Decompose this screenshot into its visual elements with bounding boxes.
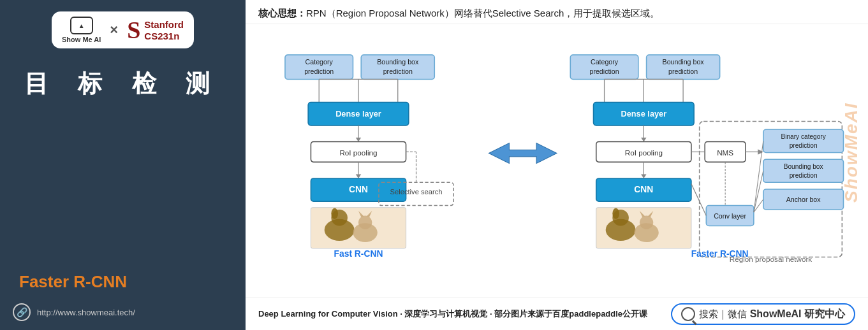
showmeai-icon: [70, 17, 93, 34]
svg-text:RoI pooling: RoI pooling: [339, 148, 377, 157]
svg-text:Faster R-CNN: Faster R-CNN: [691, 248, 749, 259]
showmeai-label: Show Me AI: [62, 36, 101, 43]
diagram-area: ShowMeAI Category prediction Bounding bo…: [246, 24, 868, 298]
logo-area: Show Me AI × S Stanford CS231n: [52, 11, 194, 48]
svg-text:Dense layer: Dense layer: [621, 109, 666, 118]
search-brand: ShowMeAI 研究中心: [750, 308, 845, 319]
svg-text:Category: Category: [591, 58, 619, 66]
search-prefix: 搜索｜微信: [699, 308, 749, 319]
svg-line-82: [691, 183, 706, 215]
subtitle-label: Faster R-CNN: [13, 272, 127, 292]
search-box[interactable]: 搜索｜微信 ShowMeAI 研究中心: [671, 303, 855, 325]
top-bar-prefix: 核心思想：: [258, 8, 306, 18]
stanford-name: Stanford: [144, 19, 184, 31]
stanford-s-letter: S: [127, 18, 140, 42]
svg-marker-17: [356, 175, 362, 178]
sidebar-bottom: 🔗 http://www.showmeai.tech/: [13, 303, 135, 321]
svg-marker-33: [489, 143, 557, 164]
bottom-bold: 深度学习与计算机视觉: [404, 309, 487, 319]
top-bar: 核心思想：RPN（Region Proposal Network）网络替代Sel…: [246, 0, 868, 24]
svg-text:Fast R-CNN: Fast R-CNN: [334, 248, 383, 259]
svg-text:CNN: CNN: [349, 184, 368, 194]
bottom-text: Deep Learning for Computer Vision · 深度学习…: [258, 308, 647, 320]
main-title: 目 标 检 测: [24, 68, 222, 100]
bottom-bar: Deep Learning for Computer Vision · 深度学习…: [246, 298, 868, 330]
svg-text:Bounding box: Bounding box: [784, 163, 823, 170]
svg-text:Conv layer: Conv layer: [714, 212, 746, 220]
svg-text:Bounding box: Bounding box: [377, 58, 419, 66]
svg-point-25: [358, 216, 372, 229]
svg-text:Anchor box: Anchor box: [786, 196, 821, 203]
svg-text:Selective search: Selective search: [390, 188, 443, 196]
svg-text:Bounding box: Bounding box: [663, 58, 705, 66]
stanford-logo: S Stanford CS231n: [127, 18, 184, 42]
svg-marker-66: [758, 149, 763, 155]
times-sign: ×: [110, 22, 118, 38]
bottom-prefix: Deep Learning for Computer Vision ·: [258, 309, 404, 319]
svg-marker-51: [641, 175, 647, 178]
svg-text:prediction: prediction: [589, 68, 619, 75]
svg-text:Dense layer: Dense layer: [335, 109, 381, 118]
showmeai-logo: Show Me AI: [62, 17, 101, 43]
svg-text:prediction: prediction: [790, 172, 818, 179]
svg-text:Binary category: Binary category: [781, 133, 827, 140]
watermark: ShowMeAI: [841, 24, 862, 203]
svg-text:prediction: prediction: [304, 68, 334, 75]
svg-text:RoI pooling: RoI pooling: [625, 148, 663, 157]
svg-text:NMS: NMS: [717, 148, 733, 157]
main-content: 核心思想：RPN（Region Proposal Network）网络替代Sel…: [246, 0, 868, 330]
top-bar-content: RPN（Region Proposal Network）网络替代Selectiv…: [306, 8, 659, 18]
search-text: 搜索｜微信 ShowMeAI 研究中心: [699, 308, 845, 321]
svg-text:prediction: prediction: [668, 68, 698, 75]
search-icon: [681, 307, 695, 321]
svg-point-57: [612, 208, 619, 219]
svg-point-23: [331, 208, 338, 219]
architecture-diagram: Category prediction Bounding box predict…: [265, 29, 849, 298]
website-url: http://www.showmeai.tech/: [37, 308, 135, 317]
svg-marker-13: [356, 138, 362, 141]
svg-text:prediction: prediction: [790, 142, 818, 149]
svg-marker-47: [641, 138, 647, 141]
link-icon: 🔗: [13, 303, 31, 321]
svg-point-59: [640, 216, 653, 229]
bottom-suffix: · 部分图片来源于百度paddlepaddle公开课: [487, 309, 647, 319]
svg-text:CNN: CNN: [634, 184, 653, 194]
stanford-course: CS231n: [144, 31, 179, 41]
svg-text:Category: Category: [305, 58, 334, 66]
svg-text:prediction: prediction: [383, 68, 413, 75]
sidebar: Show Me AI × S Stanford CS231n 目 标 检 测 F…: [0, 0, 246, 330]
